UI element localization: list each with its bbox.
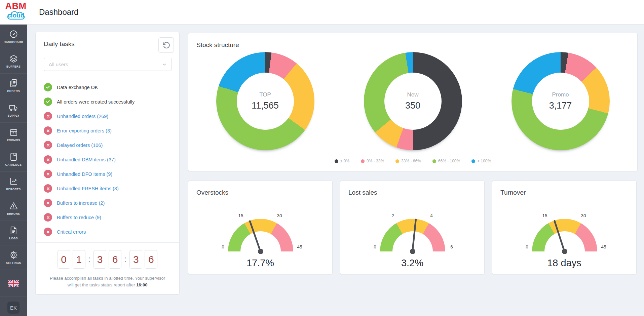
task-item: Data exchange OK [44,80,171,94]
donut-charts-row: TOP 11,565 New 350 Promo 3,177 [188,52,637,150]
task-link[interactable]: Unhandled DFO items (9) [57,171,112,177]
error-icon [44,199,52,207]
legend-label: 66% - 100% [438,159,460,163]
task-link[interactable]: Unhandled DBM items (37) [57,157,116,162]
sidebar-item-label: SUPPLY [7,114,19,117]
task-item[interactable]: Critical errors [44,225,171,239]
task-item[interactable]: Unhandled DBM items (37) [44,152,171,167]
donut-chart-top[interactable]: TOP 11,565 [216,52,314,150]
turnover-panel: Turnover 0 15 30 45 18 days [492,181,637,274]
timer-digit: 0 [58,250,70,269]
gauge-tick: 15 [542,213,547,218]
task-link[interactable]: Error exporting orders (3) [57,128,112,133]
sidebar-item-label: LOGS [9,237,17,240]
donut-chart-promo[interactable]: Promo 3,177 [512,52,610,150]
user-filter-placeholder: All users [49,62,68,67]
legend-item[interactable]: 33% - 66% [395,159,421,163]
legend-label: ≤ 0% [340,159,349,163]
logo-cloud-text: cloud [7,12,25,19]
sidebar-item-settings[interactable]: SETTINGS [0,245,27,270]
donut-center: TOP 11,565 [237,73,294,130]
legend-dot [471,159,475,163]
header: ABM cloud Dashboard [0,0,644,25]
legend-item[interactable]: 0% - 33% [361,159,384,163]
gauge-tick: 45 [601,244,606,249]
donut-center: New 350 [384,73,442,130]
stock-structure-panel: Stock structure TOP 11,565 New 350 Promo… [188,33,638,171]
daily-tasks-panel: Daily tasks All users Data exchange OK A… [35,32,180,294]
gauge-value: 3.2% [340,258,484,269]
legend-dot [335,159,338,163]
legend-item[interactable]: > 100% [471,159,491,163]
chevron-down-icon [162,62,167,67]
gauge-pivot [258,249,263,254]
overstocks-panel: Overstocks 0 15 30 45 17.7% [188,181,333,274]
user-filter-select[interactable]: All users [44,58,172,71]
success-icon [44,97,52,106]
legend-dot [432,159,436,163]
sidebar-item-errors[interactable]: ERRORS [0,196,27,221]
gauge-value: 18 days [492,258,636,269]
donut-value: 3,177 [549,101,572,111]
task-link[interactable]: Delayed orders (106) [57,143,103,148]
gauge-arc-wrap [532,219,597,251]
sidebar-item-catalogs[interactable]: CATALOGS [0,147,27,172]
documents-icon [9,79,18,88]
gauge-tick: 0 [526,244,528,249]
task-link[interactable]: Buffers to reduce (9) [57,215,101,220]
legend-item[interactable]: 66% - 100% [432,159,460,163]
sidebar-item-orders[interactable]: ORDERS [0,74,27,98]
abm-cloud-logo[interactable]: ABM cloud [5,2,27,22]
timer-digit: 1 [73,250,85,269]
donut-label: Promo [552,91,569,98]
sidebar-item-logs[interactable]: LOGS [0,221,27,245]
task-link[interactable]: Critical errors [57,229,86,235]
sidebar-item-promos[interactable]: PROMOS [0,123,27,147]
layers-icon [9,54,18,63]
task-link[interactable]: Buffers to increase (2) [57,200,105,206]
donut-chart-new[interactable]: New 350 [364,52,462,150]
avatar[interactable]: EK [7,302,20,314]
user-avatar-section: EK [0,297,27,316]
timer-colon: : [88,255,90,264]
task-item[interactable]: Unhandled DFO items (9) [44,167,171,181]
task-link[interactable]: Unhandled orders (269) [57,114,108,119]
sidebar-item-buffers[interactable]: BUFFERS [0,49,27,74]
task-item[interactable]: Buffers to increase (2) [44,196,171,210]
donut-center: Promo 3,177 [532,73,589,130]
refresh-button[interactable] [158,37,174,53]
chart-legend: ≤ 0% 0% - 33% 33% - 66% 66% - 100% > 100… [188,159,637,163]
task-item[interactable]: Unhandled orders (269) [44,109,171,123]
language-switcher[interactable] [0,270,27,297]
legend-label: 33% - 66% [401,159,421,163]
gauge-icon [9,30,18,39]
error-icon [44,112,52,120]
sidebar-item-label: ORDERS [7,89,20,93]
donut-label: New [407,91,418,98]
sidebar-item-reports[interactable]: REPORTS [0,172,27,196]
sidebar-item-dashboard[interactable]: DASHBOARD [0,25,27,49]
donut-value: 350 [405,101,420,111]
task-link[interactable]: Unhandled FRESH items (3) [57,186,119,191]
legend-label: 0% - 33% [367,159,384,163]
sidebar-item-supply[interactable]: SUPPLY [0,98,27,123]
task-item[interactable]: Error exporting orders (3) [44,123,171,138]
gauge-title: Overstocks [196,189,228,196]
legend-item[interactable]: ≤ 0% [335,159,349,163]
sidebar-item-label: SETTINGS [6,261,21,265]
error-icon [44,126,52,135]
error-icon [44,141,52,149]
sidebar-item-label: ERRORS [7,212,20,215]
task-item: All orders were created successfully [44,94,171,109]
sidebar-item-label: REPORTS [6,188,21,191]
lost-sales-panel: Lost sales 0 2 4 6 3.2% [340,181,485,274]
countdown-timer: 0 1 : 3 6 : 3 6 [36,250,179,269]
sidebar-item-label: BUFFERS [6,65,21,68]
task-item[interactable]: Buffers to reduce (9) [44,210,171,225]
file-text-icon [9,226,18,235]
task-item[interactable]: Unhandled FRESH items (3) [44,181,171,196]
gauge-tick: 15 [238,213,243,218]
task-item[interactable]: Delayed orders (106) [44,138,171,152]
error-icon [44,155,52,164]
legend-label: > 100% [477,159,491,163]
